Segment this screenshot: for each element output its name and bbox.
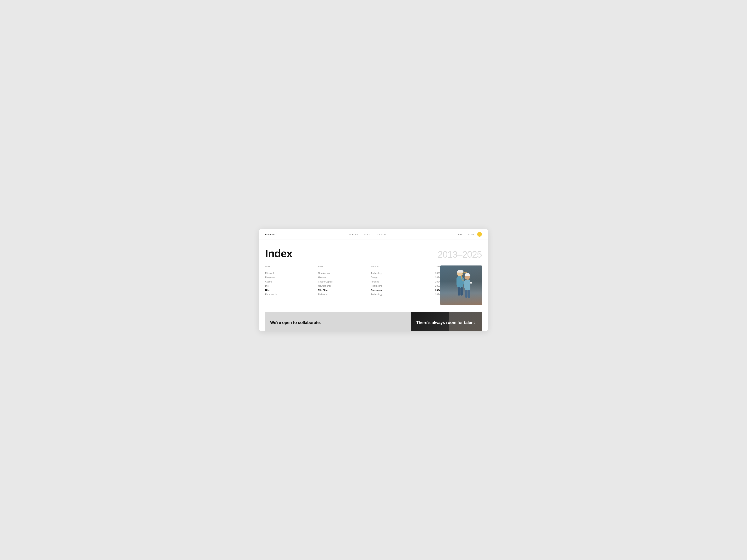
- svg-rect-5: [458, 287, 460, 296]
- list-item: 2023: [424, 284, 440, 288]
- nav-overview[interactable]: OVERVIEW: [375, 233, 386, 235]
- main-content: Index 2013–2025 CLIENT Microsoft Manytru…: [259, 240, 488, 331]
- nav-menu[interactable]: MENU: [468, 233, 474, 235]
- industry-column: INDUSTRY Technology Design Finance Healt…: [371, 265, 424, 305]
- list-item[interactable]: Technology: [371, 293, 424, 296]
- list-item[interactable]: New Annual: [318, 271, 371, 275]
- index-table: CLIENT Microsoft Manytrue Castro Dior Ni…: [265, 265, 482, 305]
- nav-featured[interactable]: FEATURED: [350, 233, 360, 235]
- theme-dot[interactable]: [477, 232, 482, 237]
- nav-index[interactable]: INDEX: [364, 233, 370, 235]
- list-item-active: 2024: [424, 289, 440, 292]
- industry-header: INDUSTRY: [371, 265, 424, 269]
- list-item-active[interactable]: Tilo Skin: [318, 289, 371, 292]
- year-column: YEAR 2023 2024 2024 2023 2024 2024: [424, 265, 440, 305]
- svg-rect-6: [460, 287, 463, 296]
- list-item[interactable]: New Balance: [318, 284, 371, 288]
- talent-banner[interactable]: There's always room for talent: [411, 312, 482, 331]
- collaborate-text: We're open to collaborate.: [270, 320, 321, 325]
- svg-rect-19: [465, 290, 467, 298]
- list-item[interactable]: Dior: [265, 284, 318, 288]
- list-item: 2024: [424, 293, 440, 296]
- project-image[interactable]: [440, 265, 482, 305]
- industry-items: Technology Design Finance Healthcare Con…: [371, 271, 424, 296]
- list-item[interactable]: Castro Capital: [318, 280, 371, 284]
- page-title: Index: [265, 248, 292, 259]
- svg-rect-22: [465, 273, 469, 276]
- client-column: CLIENT Microsoft Manytrue Castro Dior Ni…: [265, 265, 318, 305]
- list-item[interactable]: Hylastra: [318, 276, 371, 279]
- page-header: Index 2013–2025: [265, 248, 482, 260]
- work-items: New Annual Hylastra Castro Capital New B…: [318, 271, 371, 296]
- list-item: 2023: [424, 271, 440, 275]
- nav-right: ABOUT MENU: [458, 232, 482, 237]
- client-items: Microsoft Manytrue Castro Dior Nike Four…: [265, 271, 318, 296]
- list-item[interactable]: Fouroom Inc.: [265, 293, 318, 296]
- list-item[interactable]: Finance: [371, 280, 424, 284]
- list-item[interactable]: Microsoft: [265, 271, 318, 275]
- list-item-active[interactable]: Consumer: [371, 289, 424, 292]
- year-header: YEAR: [424, 265, 440, 269]
- list-item[interactable]: Design: [371, 276, 424, 279]
- svg-rect-14: [458, 270, 463, 272]
- talent-text: There's always room for talent: [416, 320, 475, 325]
- collaborate-banner[interactable]: We're open to collaborate.: [265, 312, 411, 331]
- list-item-active[interactable]: Nike: [265, 289, 318, 292]
- svg-rect-3: [457, 277, 459, 285]
- footer-banners: We're open to collaborate. There's alway…: [265, 312, 482, 331]
- list-item[interactable]: Fielmann: [318, 293, 371, 296]
- navigation: BEDFORD™ FEATURED INDEX OVERVIEW ABOUT M…: [259, 229, 488, 240]
- work-column: WORK New Annual Hylastra Castro Capital …: [318, 265, 371, 305]
- tennis-players-svg: [440, 265, 482, 305]
- svg-rect-18: [467, 281, 470, 288]
- nav-center: FEATURED INDEX OVERVIEW: [350, 233, 386, 235]
- svg-rect-23: [470, 282, 472, 284]
- svg-rect-20: [468, 290, 470, 298]
- list-item[interactable]: Healthcare: [371, 284, 424, 288]
- list-item: 2024: [424, 280, 440, 284]
- list-item: 2024: [424, 276, 440, 279]
- list-item[interactable]: Technology: [371, 271, 424, 275]
- year-range: 2013–2025: [438, 249, 482, 260]
- browser-window: BEDFORD™ FEATURED INDEX OVERVIEW ABOUT M…: [259, 229, 488, 331]
- client-header: CLIENT: [265, 265, 318, 269]
- project-image-column: [440, 265, 482, 305]
- nav-about[interactable]: ABOUT: [458, 233, 465, 235]
- svg-rect-17: [464, 281, 466, 288]
- work-header: WORK: [318, 265, 371, 269]
- project-image-inner: [440, 265, 482, 305]
- list-item[interactable]: Castro: [265, 280, 318, 284]
- logo: BEDFORD™: [265, 233, 278, 235]
- list-item[interactable]: Manytrue: [265, 276, 318, 279]
- year-items: 2023 2024 2024 2023 2024 2024: [424, 271, 440, 296]
